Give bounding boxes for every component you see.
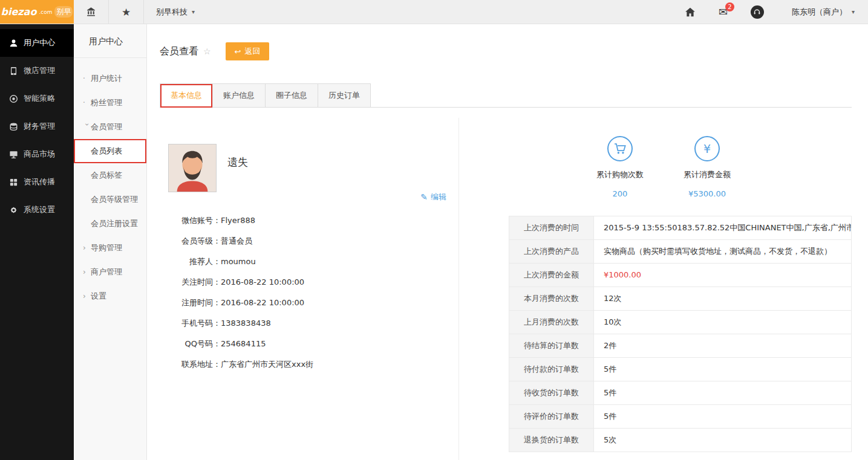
field-value: 2016-08-22 10:00:00 — [221, 297, 304, 309]
field-label: 注册时间： — [155, 297, 221, 309]
main-content: 会员查看 ☆ ↩ 返回 基本信息 账户信息 圈子信息 历史订单 — [147, 24, 868, 460]
submenu-list: · 用户统计 · 粉丝管理 › 会员管理 会员列表 会员标签 会员等级管理 — [74, 58, 146, 308]
sidebar-item-smart-strategy[interactable]: 智能策略 — [0, 85, 74, 112]
screen: biezao.com 别早 ★ 别早科技 ▾ ✉ 2 — [0, 0, 868, 460]
back-button[interactable]: ↩ 返回 — [226, 42, 270, 60]
sidebar-item-micro-store[interactable]: 微店管理 — [0, 57, 74, 85]
favorite-star-icon[interactable]: ☆ — [203, 47, 211, 56]
message-count-badge: 2 — [725, 2, 734, 11]
chevron-right-icon: › — [83, 284, 91, 308]
sidebar-item-user-center[interactable]: 用户中心 — [0, 29, 74, 57]
chevron-down-icon: ▾ — [852, 8, 855, 15]
table-row: 上次消费的金额 ¥1000.00 — [509, 264, 852, 287]
field-value: 广东省广州市天河区xxx街 — [221, 358, 313, 371]
submenu-item-user-stats[interactable]: · 用户统计 — [74, 66, 146, 91]
home-icon — [685, 7, 696, 18]
submenu-item-label: 用户统计 — [91, 66, 122, 91]
back-arrow-icon: ↩ — [235, 47, 241, 56]
messages-button[interactable]: ✉ 2 — [719, 7, 728, 18]
company-dropdown[interactable]: 别早科技 ▾ — [144, 0, 207, 24]
sidebar-item-news[interactable]: 资讯传播 — [0, 168, 74, 196]
user-icon — [9, 39, 18, 48]
user-menu[interactable]: 陈东明（商户） ▾ — [792, 0, 855, 24]
stat-label: 累计消费金额 — [665, 169, 749, 180]
field-label: 关注时间： — [155, 276, 221, 288]
gear-icon — [9, 206, 18, 215]
submenu-item-label: 会员注册设置 — [91, 212, 138, 236]
back-button-label: 返回 — [244, 46, 260, 57]
pencil-icon: ✎ — [420, 192, 428, 202]
sidebar-item-system-settings[interactable]: 系统设置 — [0, 196, 74, 224]
row-label: 本月消费的次数 — [509, 287, 594, 310]
tab-history-orders[interactable]: 历史订单 — [318, 83, 371, 107]
support-button[interactable] — [751, 5, 764, 19]
sidebar: 用户中心 微店管理 智能策略 财务管理 商品市场 资讯传播 系统设置 — [0, 24, 74, 460]
row-value: 实物商品（购买时需填写收货地址，测试商品，不发货，不退款） — [594, 240, 851, 263]
row-value: 5件 — [594, 405, 851, 428]
table-row: 上月消费的次数 10次 — [509, 311, 852, 334]
table-row: 待评价的订单数 5件 — [509, 405, 852, 429]
submenu-item-member-level[interactable]: 会员等级管理 — [74, 187, 146, 212]
sidebar-item-label: 商品市场 — [24, 149, 55, 160]
submenu-item-member-tags[interactable]: 会员标签 — [74, 163, 146, 187]
stat-value[interactable]: ¥5300.00 — [665, 189, 749, 198]
star-icon: ★ — [122, 6, 131, 18]
topbar-right: ✉ 2 — [685, 0, 764, 24]
tab-account-info[interactable]: 账户信息 — [212, 83, 266, 107]
field-label: 联系地址： — [155, 358, 221, 371]
table-row: 上次消费的时间 2015-5-9 13:55:50183.57.82.52中国C… — [509, 216, 852, 240]
tab-label: 圈子信息 — [276, 91, 307, 100]
sidebar-item-label: 用户中心 — [24, 37, 55, 48]
chevron-right-icon: › — [83, 236, 91, 260]
submenu-item-member-list[interactable]: 会员列表 — [74, 139, 146, 163]
submenu-item-merchant-group[interactable]: › 商户管理 — [74, 260, 146, 284]
field-label: QQ号码： — [155, 338, 221, 350]
field-label: 推荐人： — [155, 256, 221, 268]
stat-value[interactable]: 200 — [578, 189, 662, 198]
field-phone: 手机号码： 1383838438 — [155, 317, 452, 329]
submenu-item-fans[interactable]: · 粉丝管理 — [74, 91, 146, 115]
logo[interactable]: biezao.com 别早 — [0, 0, 74, 24]
sidebar-item-finance[interactable]: 财务管理 — [0, 112, 74, 140]
field-qq: QQ号码： 254684115 — [155, 338, 452, 350]
consumption-table: 上次消费的时间 2015-5-9 13:55:50183.57.82.52中国C… — [509, 216, 852, 452]
table-row: 退换货的订单数 5次 — [509, 429, 852, 452]
edit-link[interactable]: ✎ 编辑 — [420, 192, 446, 202]
submenu-item-member-group[interactable]: › 会员管理 — [74, 115, 146, 139]
submenu-item-guide-group[interactable]: › 导购管理 — [74, 236, 146, 260]
field-address: 联系地址： 广东省广州市天河区xxx街 — [155, 358, 452, 371]
stats-panel: 累计购物次数 200 ¥ 累计消费金额 ¥5300.00 上次消费的时间 201… — [458, 118, 868, 460]
submenu-item-label: 粉丝管理 — [91, 91, 122, 115]
row-value: 5件 — [594, 358, 851, 381]
field-follow-time: 关注时间： 2016-08-22 10:00:00 — [155, 276, 452, 288]
table-row: 待结算的订单数 2件 — [509, 334, 852, 358]
submenu-item-member-register[interactable]: 会员注册设置 — [74, 212, 146, 236]
sidebar-item-label: 资讯传播 — [24, 177, 55, 187]
profile-fields: 微信账号： Flyer888 会员等级： 普通会员 推荐人： moumou 关注… — [155, 215, 452, 379]
submenu-title: 用户中心 — [74, 24, 146, 58]
field-value: moumou — [221, 256, 256, 268]
news-icon — [9, 178, 18, 187]
bullet-icon: · — [83, 66, 91, 91]
sidebar-item-label: 智能策略 — [24, 93, 55, 104]
member-name: 遗失 — [227, 155, 248, 169]
tab-basic-info[interactable]: 基本信息 — [160, 83, 213, 108]
row-label: 上次消费的时间 — [509, 216, 594, 239]
cart-icon — [607, 136, 633, 161]
submenu-item-label: 导购管理 — [91, 236, 122, 260]
submenu-item-settings-group[interactable]: › 设置 — [74, 284, 146, 308]
chevron-down-icon: › — [75, 123, 99, 131]
row-value: 10次 — [594, 311, 851, 334]
market-icon — [9, 150, 18, 159]
favorite-button[interactable]: ★ — [109, 0, 144, 24]
tab-circle-info[interactable]: 圈子信息 — [265, 83, 318, 107]
sidebar-item-label: 系统设置 — [24, 204, 55, 215]
field-register-time: 注册时间： 2016-08-22 10:00:00 — [155, 297, 452, 309]
sidebar-item-goods-market[interactable]: 商品市场 — [0, 140, 74, 168]
row-value: 12次 — [594, 287, 851, 310]
building-button[interactable] — [74, 0, 109, 24]
row-label: 上月消费的次数 — [509, 311, 594, 334]
sidebar-item-label: 财务管理 — [24, 121, 55, 132]
home-button[interactable] — [685, 7, 696, 18]
row-label: 待收货的订单数 — [509, 381, 594, 404]
